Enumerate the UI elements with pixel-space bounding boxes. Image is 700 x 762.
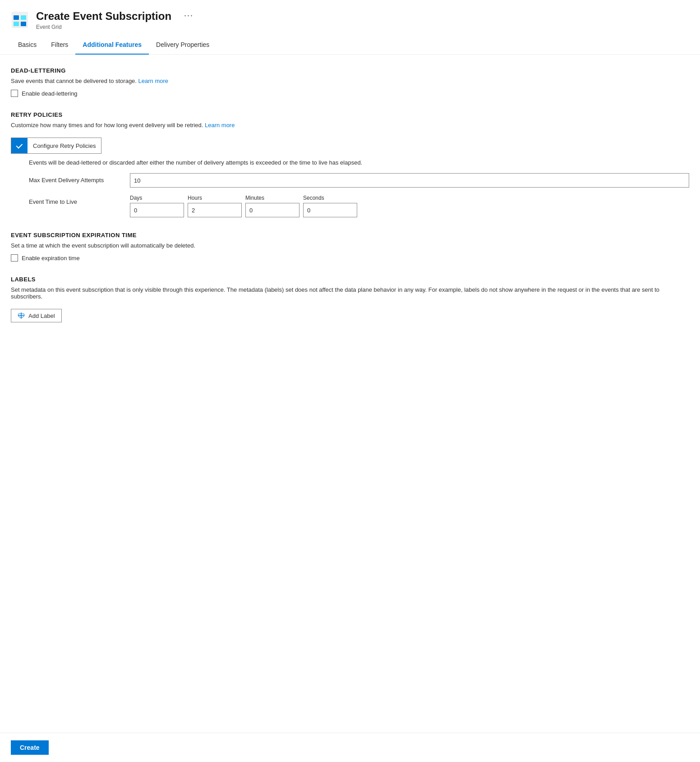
labels-desc-text: Set metadata on this event subscription … bbox=[11, 286, 659, 300]
days-input[interactable] bbox=[130, 203, 184, 217]
svg-rect-1 bbox=[14, 15, 19, 20]
max-attempts-row: Max Event Delivery Attempts bbox=[29, 173, 689, 188]
page-header: Create Event Subscription Event Grid ··· bbox=[0, 0, 700, 35]
dead-lettering-learn-more[interactable]: Learn more bbox=[138, 78, 168, 84]
seconds-field-group: Seconds bbox=[303, 195, 357, 217]
add-label-button-text: Add Label bbox=[28, 312, 55, 319]
retry-policies-desc: Customize how many times and for how lon… bbox=[11, 122, 689, 129]
expiration-section: EVENT SUBSCRIPTION EXPIRATION TIME Set a… bbox=[11, 232, 689, 262]
create-button[interactable]: Create bbox=[11, 740, 49, 755]
svg-rect-2 bbox=[21, 15, 26, 20]
labels-title: LABELS bbox=[11, 276, 689, 283]
expiration-desc: Set a time at which the event subscripti… bbox=[11, 242, 689, 249]
retry-policies-title: RETRY POLICIES bbox=[11, 111, 689, 118]
dead-lettering-section: DEAD-LETTERING Save events that cannot b… bbox=[11, 67, 689, 97]
expiration-checkbox[interactable] bbox=[11, 254, 18, 262]
event-ttl-label: Event Time to Live bbox=[29, 195, 119, 205]
dead-lettering-title: DEAD-LETTERING bbox=[11, 67, 689, 74]
dead-lettering-desc-text: Save events that cannot be delivered to … bbox=[11, 78, 137, 84]
event-ttl-row: Event Time to Live Days Hours Minutes bbox=[29, 195, 689, 217]
retry-info-text: Events will be dead-lettered or discarde… bbox=[29, 159, 435, 166]
days-label: Days bbox=[130, 195, 184, 201]
labels-section: LABELS Set metadata on this event subscr… bbox=[11, 276, 689, 322]
minutes-field-group: Minutes bbox=[245, 195, 299, 217]
more-options-button[interactable]: ··· bbox=[184, 11, 193, 20]
max-attempts-input-wrapper bbox=[130, 173, 689, 188]
tab-bar: Basics Filters Additional Features Deliv… bbox=[0, 37, 700, 55]
event-grid-icon bbox=[11, 11, 29, 29]
max-attempts-label: Max Event Delivery Attempts bbox=[29, 173, 119, 184]
max-attempts-input[interactable] bbox=[130, 173, 689, 188]
retry-config-indented: Events will be dead-lettered or discarde… bbox=[29, 159, 689, 217]
hours-field-group: Hours bbox=[188, 195, 242, 217]
days-field-group: Days bbox=[130, 195, 184, 217]
minutes-input[interactable] bbox=[245, 203, 299, 217]
header-text-group: Create Event Subscription Event Grid bbox=[36, 9, 171, 30]
hours-input[interactable] bbox=[188, 203, 242, 217]
minutes-label: Minutes bbox=[245, 195, 299, 201]
hours-label: Hours bbox=[188, 195, 242, 201]
svg-rect-4 bbox=[21, 22, 26, 26]
content-spacer bbox=[0, 541, 700, 733]
dead-lettering-checkbox[interactable] bbox=[11, 90, 18, 97]
dead-lettering-checkbox-label[interactable]: Enable dead-lettering bbox=[22, 90, 78, 97]
svg-rect-3 bbox=[14, 22, 19, 26]
tab-additional-features[interactable]: Additional Features bbox=[75, 37, 149, 55]
configure-retry-checkbox[interactable] bbox=[11, 138, 28, 153]
expiration-checkbox-label[interactable]: Enable expiration time bbox=[22, 255, 80, 262]
tab-filters[interactable]: Filters bbox=[44, 37, 75, 55]
expiration-checkbox-row: Enable expiration time bbox=[11, 254, 689, 262]
add-label-icon bbox=[18, 312, 25, 319]
configure-retry-checkbox-row[interactable]: Configure Retry Policies bbox=[11, 138, 101, 154]
tab-delivery-properties[interactable]: Delivery Properties bbox=[149, 37, 216, 55]
page-subtitle: Event Grid bbox=[36, 24, 171, 30]
retry-policies-learn-more[interactable]: Learn more bbox=[205, 122, 235, 129]
retry-policies-desc-text: Customize how many times and for how lon… bbox=[11, 122, 203, 129]
expiration-title: EVENT SUBSCRIPTION EXPIRATION TIME bbox=[11, 232, 689, 239]
retry-policies-section: RETRY POLICIES Customize how many times … bbox=[11, 111, 689, 217]
main-content: DEAD-LETTERING Save events that cannot b… bbox=[0, 55, 700, 541]
add-label-button[interactable]: Add Label bbox=[11, 309, 62, 322]
tab-basics[interactable]: Basics bbox=[11, 37, 44, 55]
footer: Create bbox=[0, 733, 700, 762]
seconds-input[interactable] bbox=[303, 203, 357, 217]
dead-lettering-desc: Save events that cannot be delivered to … bbox=[11, 78, 689, 84]
seconds-label: Seconds bbox=[303, 195, 357, 201]
expiration-desc-text: Set a time at which the event subscripti… bbox=[11, 242, 195, 249]
configure-retry-label[interactable]: Configure Retry Policies bbox=[28, 139, 101, 153]
labels-desc: Set metadata on this event subscription … bbox=[11, 286, 689, 300]
dead-lettering-checkbox-row: Enable dead-lettering bbox=[11, 90, 689, 97]
time-fields-group: Days Hours Minutes Seconds bbox=[130, 195, 357, 217]
page-title: Create Event Subscription bbox=[36, 9, 171, 23]
